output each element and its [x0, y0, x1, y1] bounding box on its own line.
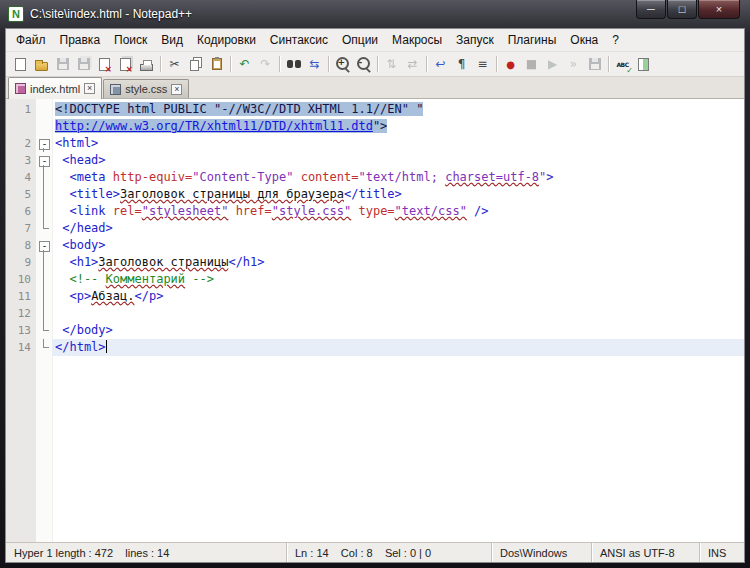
- tab-style.css[interactable]: style.css×: [103, 79, 189, 98]
- play-macro-button: ▶: [542, 53, 563, 75]
- word-wrap-button[interactable]: ↩: [430, 53, 451, 75]
- paste-button[interactable]: [206, 53, 227, 75]
- zoom-out-button[interactable]: -: [353, 53, 374, 75]
- stop-macro-icon: ■: [524, 56, 540, 72]
- close-file-button[interactable]: [94, 53, 115, 75]
- title-bar[interactable]: N C:\site\index.html - Notepad++ ─ □ ×: [0, 0, 750, 28]
- open-file-button[interactable]: [31, 53, 52, 75]
- record-macro-button[interactable]: ●: [500, 53, 521, 75]
- line-number: 12: [6, 305, 36, 322]
- tab-label: index.html: [30, 83, 80, 95]
- code-row[interactable]: 10 <!-- Комментарий -->: [6, 271, 744, 288]
- print-button[interactable]: [136, 53, 157, 75]
- line-number: 1: [6, 101, 36, 118]
- toolbar-separator: [160, 56, 161, 72]
- fold-toggle-icon[interactable]: [36, 152, 52, 169]
- undo-button[interactable]: ↶: [234, 53, 255, 75]
- fold-margin: [36, 339, 52, 356]
- redo-icon: ↷: [258, 56, 274, 72]
- menu-item-run[interactable]: Запуск: [449, 30, 501, 50]
- run-macro-multiple-button: »: [563, 53, 584, 75]
- fold-margin: [36, 101, 52, 118]
- fold-toggle-icon[interactable]: [36, 135, 52, 152]
- code-text: <title>Заголовок страницы для браузера</…: [52, 186, 744, 203]
- show-indent-guide-button[interactable]: ≡: [472, 53, 493, 75]
- fold-margin: [36, 203, 52, 220]
- new-file-button[interactable]: [10, 53, 31, 75]
- menu-item-view[interactable]: Вид: [154, 30, 190, 50]
- menu-item-settings[interactable]: Опции: [335, 30, 385, 50]
- replace-button[interactable]: ⇆: [304, 53, 325, 75]
- code-row[interactable]: http://www.w3.org/TR/xhtml11/DTD/xhtml11…: [6, 118, 744, 135]
- status-bar: Hyper 1 length : 472 lines : 14Ln : 14 C…: [6, 542, 744, 562]
- copy-button[interactable]: [185, 53, 206, 75]
- menu-item-window[interactable]: Окна: [563, 30, 605, 50]
- menu-item-search[interactable]: Поиск: [107, 30, 154, 50]
- token-val: charset=utf-8: [445, 170, 539, 184]
- menu-item-file[interactable]: Файл: [9, 30, 53, 50]
- code-text: <html>: [52, 135, 744, 152]
- fold-margin: [36, 186, 52, 203]
- tab-index.html[interactable]: index.html×: [8, 77, 102, 99]
- menu-item-macro[interactable]: Макросы: [385, 30, 449, 50]
- find-button[interactable]: [283, 53, 304, 75]
- minimize-button[interactable]: ─: [636, 0, 666, 19]
- code-row[interactable]: 8 <body>: [6, 237, 744, 254]
- fold-toggle-icon[interactable]: [36, 237, 52, 254]
- show-all-characters-button[interactable]: ¶: [451, 53, 472, 75]
- code-row[interactable]: 13 </body>: [6, 322, 744, 339]
- token-attr: href=: [228, 204, 271, 218]
- code-row[interactable]: 5 <title>Заголовок страницы для браузера…: [6, 186, 744, 203]
- line-number: 10: [6, 271, 36, 288]
- code-row[interactable]: 1<!DOCTYPE html PUBLIC "-//W3C//DTD XHTM…: [6, 101, 744, 118]
- zoom-in-icon: +: [335, 56, 351, 72]
- document-monitor-button[interactable]: [633, 53, 654, 75]
- code-row[interactable]: 9 <h1>Заголовок страницы</h1>: [6, 254, 744, 271]
- token-tag: <h1>: [55, 255, 98, 269]
- token-com: -->: [185, 272, 214, 286]
- paste-icon: [212, 58, 222, 70]
- new-file-icon: [15, 58, 26, 71]
- close-tab-icon[interactable]: ×: [84, 83, 95, 94]
- code-row[interactable]: 3 <head>: [6, 152, 744, 169]
- cut-button[interactable]: ✂: [164, 53, 185, 75]
- editor[interactable]: 1<!DOCTYPE html PUBLIC "-//W3C//DTD XHTM…: [6, 99, 744, 542]
- line-number: 5: [6, 186, 36, 203]
- spell-check-icon: ABC: [615, 56, 631, 72]
- cut-icon: ✂: [167, 56, 183, 72]
- spell-check-button[interactable]: ABC: [612, 53, 633, 75]
- close-all-icon: [120, 58, 131, 71]
- menu-item-encoding[interactable]: Кодировки: [190, 30, 263, 50]
- menu-item-help[interactable]: ?: [605, 30, 626, 50]
- close-button[interactable]: ×: [698, 0, 740, 19]
- zoom-in-button[interactable]: +: [332, 53, 353, 75]
- token-com: <!--: [55, 272, 106, 286]
- menu-item-plugins[interactable]: Плагины: [501, 30, 564, 50]
- save-recorded-macro-button: [584, 53, 605, 75]
- maximize-button[interactable]: □: [667, 0, 697, 19]
- menu-item-language[interactable]: Синтаксис: [263, 30, 335, 50]
- sync-horizontal-scroll-button: ⇄: [402, 53, 423, 75]
- code-text: </body>: [52, 322, 744, 339]
- save-all-button: [73, 53, 94, 75]
- status-eol-format: Dos\Windows: [492, 543, 592, 562]
- app-body: ФайлПравкаПоискВидКодировкиСинтаксисОпци…: [5, 28, 745, 563]
- code-row[interactable]: 11 <p>Абзац.</p>: [6, 288, 744, 305]
- code-row[interactable]: 6 <link rel="stylesheet" href="style.css…: [6, 203, 744, 220]
- code-text: <head>: [52, 152, 744, 169]
- code-row[interactable]: 7 </head>: [6, 220, 744, 237]
- code-row[interactable]: 2<html>: [6, 135, 744, 152]
- close-tab-icon[interactable]: ×: [171, 84, 182, 95]
- code-row[interactable]: 12: [6, 305, 744, 322]
- token-tag: <meta: [55, 170, 106, 184]
- code-row[interactable]: 14</html>: [6, 339, 744, 356]
- token-tag: />: [467, 204, 489, 218]
- close-all-button[interactable]: [115, 53, 136, 75]
- token-tag: </head>: [55, 221, 113, 235]
- saved-state-icon: [110, 84, 121, 95]
- token-tag: <html>: [55, 136, 98, 150]
- code-row[interactable]: 4 <meta http-equiv="Content-Type" conten…: [6, 169, 744, 186]
- menu-item-edit[interactable]: Правка: [53, 30, 108, 50]
- saved-state-icon: [15, 83, 26, 94]
- token-tag: </p>: [134, 289, 163, 303]
